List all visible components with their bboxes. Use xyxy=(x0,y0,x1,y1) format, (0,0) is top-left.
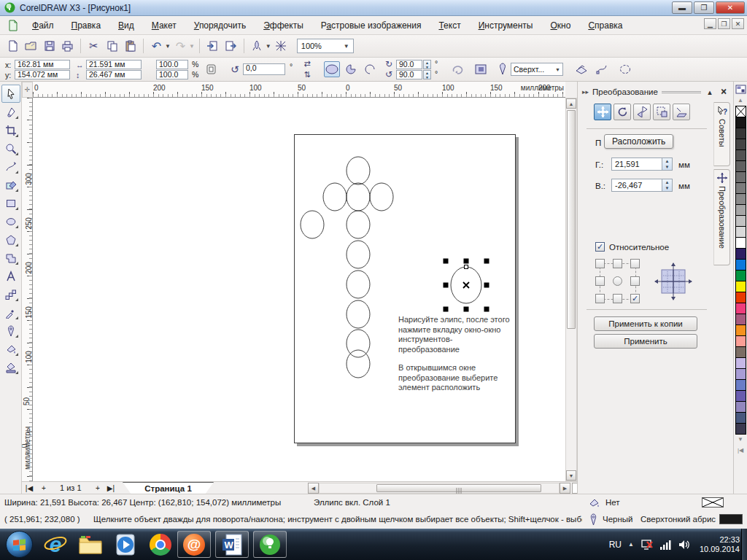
color-swatch[interactable] xyxy=(735,423,746,435)
menu-2[interactable]: Правка xyxy=(63,18,110,34)
zoom-level-select[interactable]: 100% ▼ xyxy=(297,39,354,53)
scroll-right-arrow[interactable]: ▶ xyxy=(560,483,570,494)
anchor-checkbox-0-1[interactable] xyxy=(613,259,622,268)
scale-mirror-transform-button[interactable] xyxy=(633,104,651,120)
zoom-tool[interactable] xyxy=(1,139,20,158)
language-indicator[interactable]: RU xyxy=(609,540,622,550)
copy-button[interactable] xyxy=(104,38,120,55)
ellipse-object[interactable] xyxy=(347,300,370,328)
show-desktop-button[interactable] xyxy=(741,529,747,560)
tab-transformation[interactable]: Преобразование xyxy=(713,169,730,265)
page[interactable]: Нарисуйте элипс, после этого нажмите вкл… xyxy=(294,134,516,443)
rotation-angle-field[interactable]: 0,0 xyxy=(243,63,285,75)
mdi-close-button[interactable]: ✕ xyxy=(732,18,744,29)
color-swatch[interactable] xyxy=(735,368,746,380)
interactive-fill-tool[interactable] xyxy=(1,358,20,376)
anchor-checkbox-2-1[interactable] xyxy=(613,294,622,303)
document-icon[interactable] xyxy=(7,20,19,31)
ellipse-tool[interactable] xyxy=(1,212,20,230)
mdi-minimize-button[interactable]: ▁ xyxy=(704,18,716,29)
last-page-button[interactable]: ▶| xyxy=(105,483,117,494)
color-swatch[interactable] xyxy=(735,314,746,325)
ruler-origin-button[interactable]: ✛ xyxy=(22,82,33,98)
menu-8[interactable]: Текст xyxy=(430,18,469,34)
color-swatch[interactable] xyxy=(735,171,746,183)
import-button[interactable] xyxy=(204,38,221,55)
arc-start-spinner[interactable]: ▲▼ xyxy=(423,60,431,69)
selection-handle[interactable] xyxy=(444,259,449,264)
interactive-blend-tool[interactable] xyxy=(1,285,20,303)
menu-7[interactable]: Растровые изображения xyxy=(312,18,430,34)
ellipse-object[interactable] xyxy=(347,330,370,357)
cut-button[interactable]: ✂ xyxy=(85,38,102,55)
menu-6[interactable]: Эффекты xyxy=(255,18,312,34)
rectangle-tool[interactable] xyxy=(1,194,20,212)
object-height-field[interactable]: 26.467 мм xyxy=(86,70,142,79)
ellipse-object[interactable] xyxy=(323,183,347,211)
vertical-value-field[interactable]: -26,467 xyxy=(611,179,662,192)
open-curve-toggle[interactable] xyxy=(617,61,633,77)
menu-11[interactable]: Справка xyxy=(579,18,631,34)
anchor-checkbox-2-0[interactable] xyxy=(595,294,605,303)
color-swatch[interactable] xyxy=(735,204,746,216)
rotate-transform-button[interactable] xyxy=(614,104,631,120)
x-position-field[interactable]: 162.81 мм xyxy=(15,60,70,69)
color-swatch[interactable] xyxy=(735,379,746,391)
ellipse-node[interactable] xyxy=(465,265,468,269)
color-swatch[interactable] xyxy=(735,237,746,249)
drawing-objects[interactable] xyxy=(295,135,516,444)
menu-10[interactable]: Окно xyxy=(541,18,579,34)
close-button[interactable]: ✕ xyxy=(716,1,745,14)
scale-y-field[interactable]: 100.0 xyxy=(156,70,188,79)
tab-tips[interactable]: ? Советы xyxy=(713,102,730,166)
undo-button[interactable]: ↶ xyxy=(148,38,165,55)
arc-mode-button[interactable] xyxy=(362,61,378,77)
docker-pin-icon[interactable]: ▸▸ xyxy=(582,88,589,96)
taskbar-explorer-icon[interactable] xyxy=(78,532,103,557)
arc-start-angle-field[interactable]: 90.0 xyxy=(396,60,422,69)
taskbar-ie-icon[interactable]: e xyxy=(43,532,68,557)
eyedropper-tool[interactable] xyxy=(1,303,20,322)
color-swatch[interactable] xyxy=(735,401,746,413)
corel-online-button[interactable] xyxy=(273,38,290,55)
launcher-dropdown-arrow[interactable]: ▼ xyxy=(266,43,271,50)
add-page-before-button[interactable]: + xyxy=(38,483,50,494)
y-position-field[interactable]: 154.072 мм xyxy=(15,70,70,79)
open-button[interactable] xyxy=(23,38,39,55)
ellipse-object[interactable] xyxy=(347,211,370,238)
application-launcher-button[interactable] xyxy=(249,38,266,55)
color-swatch[interactable] xyxy=(735,117,746,128)
palette-options-icon[interactable] xyxy=(735,85,746,94)
mirror-vertical-button[interactable]: ⇅ xyxy=(299,69,315,80)
color-swatch[interactable] xyxy=(735,215,746,227)
menu-4[interactable]: Макет xyxy=(143,18,185,34)
first-page-button[interactable]: |◀ xyxy=(23,483,35,494)
relative-checkbox-row[interactable]: ✓ Относительное xyxy=(595,242,669,252)
convert-to-curves-button[interactable] xyxy=(594,61,610,77)
color-swatch[interactable] xyxy=(735,149,746,161)
clock[interactable]: 22:33 10.09.2014 xyxy=(700,535,740,554)
shape-tool[interactable] xyxy=(1,103,20,121)
smart-fill-tool[interactable] xyxy=(1,176,20,194)
color-swatch[interactable] xyxy=(735,412,746,424)
ellipse-object[interactable] xyxy=(347,271,370,298)
freehand-tool[interactable] xyxy=(1,158,20,176)
color-swatch[interactable] xyxy=(735,335,746,347)
save-button[interactable] xyxy=(41,38,58,55)
crop-tool[interactable] xyxy=(1,121,20,139)
relative-checkbox[interactable]: ✓ xyxy=(595,242,605,252)
anchor-center-radio[interactable] xyxy=(613,276,622,286)
color-swatch[interactable] xyxy=(735,324,746,336)
color-swatch[interactable] xyxy=(735,357,746,369)
color-swatch[interactable] xyxy=(735,281,746,292)
selection-handle[interactable] xyxy=(464,259,469,264)
vertical-scrollbar[interactable]: ▲ ▼ xyxy=(565,98,577,481)
size-transform-button[interactable] xyxy=(653,104,670,120)
clockwise-arc-toggle[interactable] xyxy=(449,61,465,77)
anchor-checkbox-0-0[interactable] xyxy=(595,259,605,268)
horizontal-value-field[interactable]: 21,591 xyxy=(611,158,662,171)
color-swatch[interactable] xyxy=(735,128,746,139)
color-swatch[interactable] xyxy=(735,303,746,314)
color-swatch[interactable] xyxy=(735,390,746,402)
outline-tool[interactable] xyxy=(1,322,20,340)
